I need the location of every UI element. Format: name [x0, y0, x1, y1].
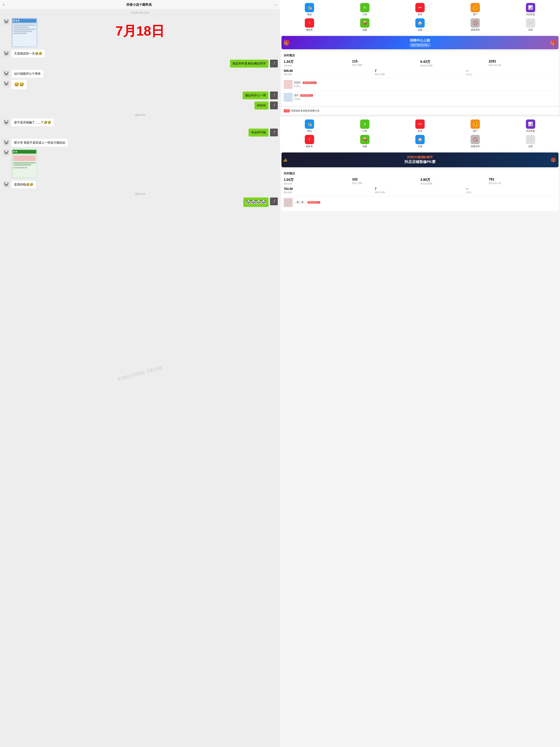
- compass-label: 抖店罗盘: [526, 13, 535, 16]
- chat-bubble: 哈哈哈: [255, 102, 268, 109]
- avatar: 🐼: [2, 18, 10, 26]
- date-label-3: 凌晨12:28: [2, 191, 278, 198]
- live-badge-1: 实时在线 11人: [303, 81, 317, 84]
- message-row: 🐼 估计就能开心个周末: [2, 70, 278, 78]
- top-app-icons-section: 🛍️ 商品 ≡ 订单 ↩ 售后 💰 资产 📊 抖店罗盘 ! 服务: [280, 0, 560, 34]
- aftersale-2-icon: ↩: [416, 120, 425, 129]
- announcement-badge: 公告: [284, 109, 290, 112]
- stat-value: 763.00: [284, 187, 374, 191]
- announcement-bar[interactable]: 公告 河南地区发货政策调整公告 ›: [282, 107, 559, 114]
- app-icon-goods[interactable]: 🛍️ 商品: [282, 3, 337, 16]
- violation-label: 违规管理: [471, 28, 480, 31]
- more-button[interactable]: ···: [274, 3, 277, 7]
- section-divider: [280, 115, 560, 117]
- image-bubble[interactable]: [11, 18, 37, 47]
- service-2-icon: !: [305, 135, 314, 144]
- back-button[interactable]: ‹: [3, 2, 4, 7]
- app-icon-store-2[interactable]: 🏠 店铺: [393, 135, 447, 148]
- live-info-1: 直播中 实时在线 11人 0.00元: [293, 81, 555, 88]
- app-icon-goods-2[interactable]: 🛍️ 商品: [282, 120, 337, 133]
- app-icon-service[interactable]: ! 服务单: [282, 18, 337, 31]
- chat-bubble: 是真的稳🤣🤣: [11, 181, 36, 188]
- announcement-text: 河南地区发货政策调整公告: [291, 109, 554, 112]
- right-panel: 🛍️ 商品 ≡ 订单 ↩ 售后 💰 资产 📊 抖店罗盘 ! 服务: [280, 0, 560, 747]
- avatar: 🐼: [2, 149, 10, 157]
- live-name-1: 直播中 实时在线 11人: [294, 81, 554, 84]
- chat-bubble: 估计就能开心个周末: [11, 70, 43, 78]
- date-label-2: 凌晨12:09: [2, 112, 278, 119]
- message-row: 🐼 那大哥 我是不是应该上一些这方面的品: [2, 139, 278, 147]
- chevron-right-icon: ›: [555, 83, 556, 86]
- stat-item: 1.04万 成交金额: [284, 178, 351, 185]
- chat-bubble: 🐼🐼🐼🐼: [243, 198, 268, 207]
- app-icon-violation[interactable]: 🚫 违规管理: [448, 18, 502, 31]
- order-2-label: 订单: [363, 129, 367, 133]
- live-thumb-1: [284, 80, 293, 89]
- app-icon-service-2[interactable]: ! 服务单: [282, 135, 337, 148]
- live-badge-2: 实时在线 8人: [300, 94, 313, 97]
- stat-label: 退款订单数: [375, 73, 465, 76]
- realtime-title-2: 实时概况: [284, 172, 556, 175]
- app-icon-aftersale-2[interactable]: ↩ 售后: [393, 120, 447, 133]
- app-icon-package-2[interactable]: 📦 包裹: [338, 135, 392, 148]
- message-row: 🐼 😅😅: [2, 80, 278, 89]
- goods-2-label: 商品: [307, 129, 312, 133]
- banner-detail-btn[interactable]: 速戳了解活动详情 ›: [410, 43, 431, 47]
- app-icon-all-2[interactable]: ⋯ 全部: [503, 135, 558, 148]
- banner-2-title: 抖音818新潮好物节: [404, 155, 435, 159]
- stat-item: 7 退款订单数: [375, 187, 465, 194]
- banner-content-1: 招商中心上线 速戳了解活动详情 ›: [410, 38, 431, 47]
- stats-grid-2: 1.04万 成交金额 102 成交订单数 3.90万 商品总访客数 791 商品…: [284, 178, 556, 185]
- stat-item: 1.34万 成交金额: [284, 59, 351, 67]
- chat-messages[interactable]: 🐼: [0, 16, 280, 747]
- stat-item: 763.00 退款金额: [284, 187, 374, 194]
- banner-1[interactable]: 招商中心上线 速戳了解活动详情 › 🎁 🎁: [282, 36, 559, 49]
- all-2-icon: ⋯: [526, 135, 535, 144]
- message-row: 🐼 又是稳定的一天🤣🤣: [2, 50, 278, 57]
- app-icon-all[interactable]: ⋯ 全部: [503, 18, 558, 31]
- message-row: 🐼 抖店店铺装修PK赛: [2, 149, 278, 178]
- stat-item: 791 商品点击人数: [489, 178, 556, 185]
- app-icon-asset[interactable]: 💰 资产: [448, 3, 502, 16]
- app-icon-compass[interactable]: 📊 抖店罗盘: [503, 3, 558, 16]
- stat-label: 商品点击人数: [489, 182, 556, 184]
- order-label: 订单: [363, 13, 367, 16]
- app-icon-asset-2[interactable]: 💰 资产: [448, 120, 502, 133]
- stat-label: 商品点击人数: [489, 64, 556, 67]
- chat-panel: ‹ 抖音小店十期学员 ··· 7月18日 XINGYING TEAM 7月18日…: [0, 0, 280, 747]
- live-item-1[interactable]: 直播中 实时在线 11人 0.00元 ›: [284, 78, 556, 91]
- app-icon-aftersale[interactable]: ↩ 售后: [393, 3, 447, 16]
- image-bubble-2[interactable]: 抖店店铺装修PK赛: [11, 149, 37, 178]
- stat-value: ···: [466, 69, 556, 73]
- stat-label: 商品总访客数: [420, 64, 488, 67]
- app-icon-order-2[interactable]: ≡ 订单: [338, 120, 392, 133]
- chevron-right-icon-2: ›: [555, 96, 556, 99]
- app-icon-order[interactable]: ≡ 订单: [338, 3, 392, 16]
- asset-2-label: 资产: [473, 129, 477, 133]
- compass-icon: 📊: [526, 3, 535, 12]
- app-icon-compass-2[interactable]: 📊 抖店罗盘: [503, 120, 558, 133]
- goods-2-icon: 🛍️: [305, 120, 314, 129]
- live-item-3[interactable]: …里）直… 实时在线 0人 ›: [284, 196, 556, 209]
- service-icon: !: [305, 18, 314, 28]
- avatar: 🦸: [270, 129, 278, 136]
- banner-2-sub: 抖店店铺装修PK赛: [404, 159, 435, 164]
- realtime-title-1: 实时概况: [284, 54, 556, 57]
- aftersale-2-label: 售后: [418, 129, 422, 133]
- avatar: 🦸: [270, 102, 278, 109]
- live-thumb-2: [284, 93, 293, 102]
- banner-2[interactable]: 抖音818新潮好物节 抖店店铺装修PK赛 🎁 👍: [282, 153, 559, 167]
- order-icon: ≡: [360, 3, 369, 12]
- stat-value: 7: [375, 187, 465, 191]
- realtime-section-2: 实时概况 1.04万 成交金额 102 成交订单数 3.90万 商品总访客数 7…: [282, 170, 559, 211]
- app-icon-violation-2[interactable]: 🚫 违规管理: [448, 135, 502, 148]
- package-icon: 📦: [360, 18, 369, 28]
- compass-2-label: 抖店罗盘: [526, 129, 535, 133]
- avatar: 🦸: [270, 60, 278, 68]
- app-icon-package[interactable]: 📦 包裹: [338, 18, 392, 31]
- chat-bubble: 那大哥 我是不是应该上一些这方面的品: [11, 139, 68, 147]
- avatar: 🐼: [2, 181, 10, 188]
- live-item-2[interactable]: 播中 实时在线 8人 0.00元 ›: [284, 91, 556, 104]
- store-2-label: 店铺: [418, 145, 422, 148]
- app-icon-store[interactable]: 🏠 店铺: [393, 18, 447, 31]
